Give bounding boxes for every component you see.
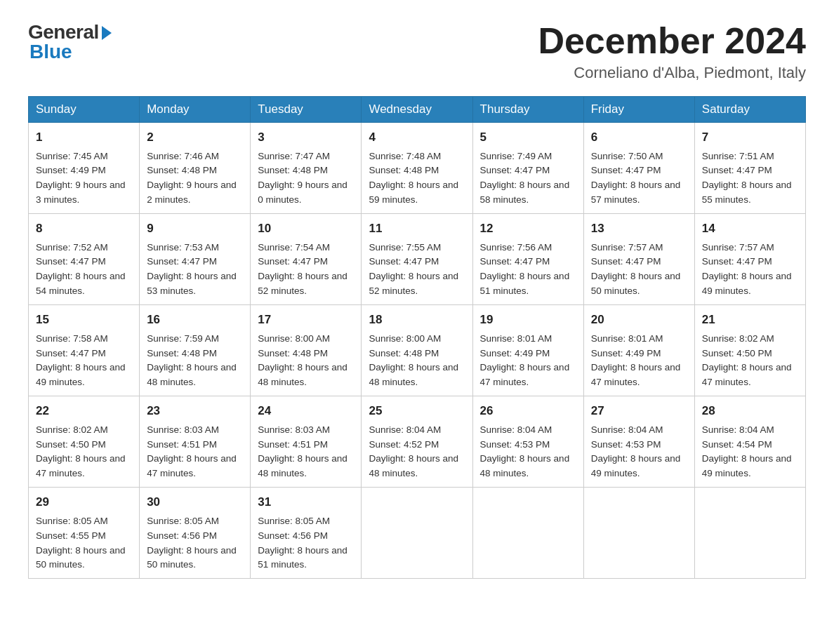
day-number: 22	[36, 402, 132, 420]
day-number: 18	[369, 311, 465, 329]
calendar-day-cell: 2Sunrise: 7:46 AMSunset: 4:48 PMDaylight…	[140, 123, 251, 214]
day-number: 1	[36, 128, 132, 147]
day-number: 3	[258, 128, 354, 147]
page-header: General Blue December 2024 Corneliano d'…	[28, 21, 806, 82]
calendar-day-header: Monday	[140, 97, 251, 123]
day-number: 29	[36, 493, 132, 511]
month-title: December 2024	[538, 21, 806, 61]
calendar-day-cell: 11Sunrise: 7:55 AMSunset: 4:47 PMDayligh…	[362, 214, 472, 305]
calendar-week-row: 22Sunrise: 8:02 AMSunset: 4:50 PMDayligh…	[29, 396, 806, 488]
day-number: 26	[480, 402, 576, 420]
calendar-day-cell: 23Sunrise: 8:03 AMSunset: 4:51 PMDayligh…	[140, 396, 251, 488]
calendar-day-cell: 3Sunrise: 7:47 AMSunset: 4:48 PMDaylight…	[251, 123, 362, 214]
logo-blue-text: Blue	[29, 41, 72, 63]
calendar-day-cell	[694, 488, 805, 579]
calendar-day-cell: 18Sunrise: 8:00 AMSunset: 4:48 PMDayligh…	[362, 305, 472, 396]
calendar-day-header: Wednesday	[362, 97, 472, 123]
calendar-day-cell: 27Sunrise: 8:04 AMSunset: 4:53 PMDayligh…	[583, 396, 694, 488]
day-number: 24	[258, 402, 354, 420]
calendar-day-header: Friday	[583, 97, 694, 123]
calendar-day-cell: 5Sunrise: 7:49 AMSunset: 4:47 PMDaylight…	[472, 123, 583, 214]
calendar-day-cell: 16Sunrise: 7:59 AMSunset: 4:48 PMDayligh…	[140, 305, 251, 396]
day-number: 7	[702, 128, 798, 147]
logo: General Blue	[28, 21, 112, 63]
calendar-week-row: 29Sunrise: 8:05 AMSunset: 4:55 PMDayligh…	[29, 488, 806, 579]
day-number: 11	[369, 220, 465, 238]
day-number: 15	[36, 311, 132, 329]
day-number: 10	[258, 220, 354, 238]
day-number: 13	[591, 220, 687, 238]
day-number: 30	[147, 493, 243, 511]
calendar-day-cell	[583, 488, 694, 579]
calendar-header-row: SundayMondayTuesdayWednesdayThursdayFrid…	[29, 97, 806, 123]
calendar-day-header: Sunday	[29, 97, 140, 123]
day-number: 16	[147, 311, 243, 329]
calendar-day-cell: 30Sunrise: 8:05 AMSunset: 4:56 PMDayligh…	[140, 488, 251, 579]
calendar-day-cell: 1Sunrise: 7:45 AMSunset: 4:49 PMDaylight…	[29, 123, 140, 214]
calendar-day-cell: 22Sunrise: 8:02 AMSunset: 4:50 PMDayligh…	[29, 396, 140, 488]
calendar-day-cell: 4Sunrise: 7:48 AMSunset: 4:48 PMDaylight…	[362, 123, 472, 214]
day-number: 28	[702, 402, 798, 420]
day-number: 20	[591, 311, 687, 329]
calendar-day-cell: 6Sunrise: 7:50 AMSunset: 4:47 PMDaylight…	[583, 123, 694, 214]
calendar-week-row: 15Sunrise: 7:58 AMSunset: 4:47 PMDayligh…	[29, 305, 806, 396]
calendar-day-cell: 8Sunrise: 7:52 AMSunset: 4:47 PMDaylight…	[29, 214, 140, 305]
calendar-day-cell: 19Sunrise: 8:01 AMSunset: 4:49 PMDayligh…	[472, 305, 583, 396]
calendar-day-cell: 29Sunrise: 8:05 AMSunset: 4:55 PMDayligh…	[29, 488, 140, 579]
day-number: 12	[480, 220, 576, 238]
day-number: 21	[702, 311, 798, 329]
calendar-week-row: 8Sunrise: 7:52 AMSunset: 4:47 PMDaylight…	[29, 214, 806, 305]
calendar-day-cell: 26Sunrise: 8:04 AMSunset: 4:53 PMDayligh…	[472, 396, 583, 488]
day-number: 8	[36, 220, 132, 238]
calendar-day-cell: 31Sunrise: 8:05 AMSunset: 4:56 PMDayligh…	[251, 488, 362, 579]
calendar-day-cell: 14Sunrise: 7:57 AMSunset: 4:47 PMDayligh…	[694, 214, 805, 305]
day-number: 17	[258, 311, 354, 329]
day-number: 5	[480, 128, 576, 147]
calendar-week-row: 1Sunrise: 7:45 AMSunset: 4:49 PMDaylight…	[29, 123, 806, 214]
day-number: 19	[480, 311, 576, 329]
day-number: 31	[258, 493, 354, 511]
day-number: 25	[369, 402, 465, 420]
calendar-day-cell: 24Sunrise: 8:03 AMSunset: 4:51 PMDayligh…	[251, 396, 362, 488]
calendar-day-cell: 21Sunrise: 8:02 AMSunset: 4:50 PMDayligh…	[694, 305, 805, 396]
calendar-day-cell: 13Sunrise: 7:57 AMSunset: 4:47 PMDayligh…	[583, 214, 694, 305]
title-block: December 2024 Corneliano d'Alba, Piedmon…	[538, 21, 806, 82]
calendar-day-cell: 12Sunrise: 7:56 AMSunset: 4:47 PMDayligh…	[472, 214, 583, 305]
calendar-day-cell: 17Sunrise: 8:00 AMSunset: 4:48 PMDayligh…	[251, 305, 362, 396]
calendar-day-cell: 10Sunrise: 7:54 AMSunset: 4:47 PMDayligh…	[251, 214, 362, 305]
calendar-day-cell: 28Sunrise: 8:04 AMSunset: 4:54 PMDayligh…	[694, 396, 805, 488]
calendar-day-cell: 9Sunrise: 7:53 AMSunset: 4:47 PMDaylight…	[140, 214, 251, 305]
day-number: 6	[591, 128, 687, 147]
calendar-day-header: Tuesday	[251, 97, 362, 123]
logo-arrow-icon	[102, 26, 112, 40]
day-number: 9	[147, 220, 243, 238]
day-number: 23	[147, 402, 243, 420]
day-number: 27	[591, 402, 687, 420]
location-title: Corneliano d'Alba, Piedmont, Italy	[538, 64, 806, 82]
day-number: 14	[702, 220, 798, 238]
calendar-day-cell: 7Sunrise: 7:51 AMSunset: 4:47 PMDaylight…	[694, 123, 805, 214]
calendar-table: SundayMondayTuesdayWednesdayThursdayFrid…	[28, 96, 806, 579]
calendar-day-cell: 20Sunrise: 8:01 AMSunset: 4:49 PMDayligh…	[583, 305, 694, 396]
calendar-day-cell: 15Sunrise: 7:58 AMSunset: 4:47 PMDayligh…	[29, 305, 140, 396]
day-number: 2	[147, 128, 243, 147]
calendar-day-cell	[472, 488, 583, 579]
calendar-day-cell: 25Sunrise: 8:04 AMSunset: 4:52 PMDayligh…	[362, 396, 472, 488]
calendar-day-header: Saturday	[694, 97, 805, 123]
calendar-day-header: Thursday	[472, 97, 583, 123]
day-number: 4	[369, 128, 465, 147]
calendar-day-cell	[362, 488, 472, 579]
